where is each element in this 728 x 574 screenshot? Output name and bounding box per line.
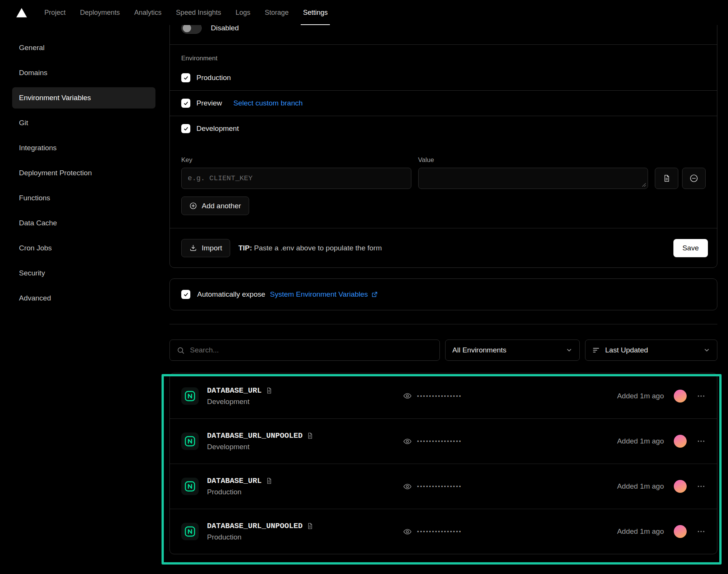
environment-section-label: Environment — [170, 55, 717, 62]
env-var-row: DATABASE_URL_UNPOOLED Production •••••••… — [170, 509, 717, 554]
avatar — [674, 480, 687, 493]
sidebar-item-functions[interactable]: Functions — [12, 187, 155, 209]
paste-env-button[interactable] — [655, 168, 678, 189]
tip-text: TIP: Paste a .env above to populate the … — [238, 244, 382, 252]
environment-row-development: Development — [170, 116, 717, 141]
sidebar-item-security[interactable]: Security — [12, 263, 155, 284]
add-another-button[interactable]: Add another — [181, 197, 249, 215]
note-icon[interactable] — [306, 432, 314, 439]
production-checkbox[interactable] — [181, 73, 190, 82]
row-menu-button[interactable] — [697, 437, 706, 446]
env-var-form-card: Disabled Environment Production Preview — [169, 11, 717, 268]
masked-value: ••••••••••••••• — [417, 438, 462, 444]
eye-icon[interactable] — [403, 437, 412, 446]
disabled-label: Disabled — [211, 24, 239, 32]
environment-filter-select[interactable]: All Environments — [445, 340, 580, 361]
added-timestamp: Added 1m ago — [617, 392, 664, 400]
value-input[interactable] — [418, 168, 648, 189]
sidebar-item-cron-jobs[interactable]: Cron Jobs — [12, 237, 155, 259]
preview-checkbox[interactable] — [181, 99, 190, 108]
add-another-label: Add another — [202, 202, 241, 210]
environment-section: Environment Production Preview Select cu… — [170, 45, 717, 141]
added-timestamp: Added 1m ago — [617, 482, 664, 491]
save-button[interactable]: Save — [673, 239, 708, 257]
tip-label: TIP: — [238, 244, 252, 252]
nav-tab-project[interactable]: Project — [44, 0, 66, 25]
download-icon — [189, 244, 197, 252]
select-custom-branch-link[interactable]: Select custom branch — [234, 99, 303, 107]
sidebar-item-advanced[interactable]: Advanced — [12, 288, 155, 309]
note-icon[interactable] — [265, 387, 273, 394]
sidebar-item-domains[interactable]: Domains — [12, 62, 155, 83]
environment-row-production: Production — [170, 65, 717, 90]
page: Project Deployments Analytics Speed Insi… — [0, 0, 728, 574]
external-link-icon — [371, 291, 378, 298]
development-label: Development — [196, 124, 239, 133]
avatar — [674, 435, 687, 448]
env-var-name: DATABASE_URL_UNPOOLED — [207, 522, 303, 530]
form-footer: Import TIP: Paste a .env above to popula… — [170, 228, 717, 267]
env-var-row: DATABASE_URL Development •••••••••••••••… — [170, 373, 717, 418]
sidebar-item-git[interactable]: Git — [12, 112, 155, 134]
key-label: Key — [181, 156, 411, 164]
remove-row-button[interactable] — [682, 168, 706, 189]
sort-select[interactable]: Last Updated — [585, 340, 717, 361]
eye-icon[interactable] — [403, 392, 412, 400]
env-var-environment: Development — [207, 443, 314, 451]
masked-value: ••••••••••••••• — [417, 393, 462, 399]
note-icon[interactable] — [265, 477, 273, 484]
env-var-row: DATABASE_URL_UNPOOLED Development ••••••… — [170, 418, 717, 464]
vercel-logo-icon[interactable] — [16, 7, 29, 18]
eye-icon[interactable] — [403, 527, 412, 536]
search-icon — [177, 346, 185, 354]
env-var-name: DATABASE_URL — [207, 386, 262, 395]
system-env-checkbox[interactable] — [181, 290, 190, 299]
sidebar-item-integrations[interactable]: Integrations — [12, 137, 155, 159]
key-input[interactable] — [181, 168, 411, 189]
neon-icon — [181, 432, 199, 450]
system-env-variables-link[interactable]: System Environment Variables — [270, 290, 378, 299]
nav-tab-logs[interactable]: Logs — [235, 0, 250, 25]
nav-tab-storage[interactable]: Storage — [265, 0, 289, 25]
development-checkbox[interactable] — [181, 124, 190, 133]
settings-sidebar: General Domains Environment Variables Gi… — [12, 25, 155, 313]
eye-icon[interactable] — [403, 482, 412, 491]
section-divider — [169, 324, 717, 324]
import-button[interactable]: Import — [181, 239, 230, 257]
import-label: Import — [202, 244, 222, 252]
env-var-environment: Production — [207, 488, 273, 496]
masked-value: ••••••••••••••• — [417, 528, 462, 535]
production-label: Production — [196, 74, 231, 82]
added-timestamp: Added 1m ago — [617, 527, 664, 536]
avatar — [674, 525, 687, 538]
avatar — [674, 390, 687, 403]
env-var-name: DATABASE_URL_UNPOOLED — [207, 431, 303, 440]
env-var-row: DATABASE_URL Production ••••••••••••••• … — [170, 464, 717, 509]
sidebar-item-deployment-protection[interactable]: Deployment Protection — [12, 162, 155, 184]
environment-row-preview: Preview Select custom branch — [170, 91, 717, 116]
nav-tab-analytics[interactable]: Analytics — [134, 0, 162, 25]
system-env-card: Automatically expose System Environment … — [169, 278, 717, 310]
filters-row: All Environments Last Updated — [169, 340, 717, 361]
sort-icon — [592, 346, 600, 354]
resize-handle-icon[interactable] — [642, 183, 646, 187]
search-box — [169, 340, 440, 361]
note-icon[interactable] — [306, 522, 314, 530]
env-vars-table: DATABASE_URL Development •••••••••••••••… — [169, 373, 717, 554]
chevron-down-icon — [566, 347, 573, 354]
env-var-environment: Production — [207, 533, 314, 541]
row-menu-button[interactable] — [697, 482, 706, 491]
main-content: Disabled Environment Production Preview — [169, 25, 717, 554]
nav-tab-deployments[interactable]: Deployments — [80, 0, 120, 25]
nav-tab-speed-insights[interactable]: Speed Insights — [176, 0, 221, 25]
sidebar-item-environment-variables[interactable]: Environment Variables — [12, 87, 155, 109]
row-menu-button[interactable] — [697, 527, 706, 536]
plus-circle-icon — [189, 202, 197, 210]
nav-tab-settings[interactable]: Settings — [303, 0, 328, 25]
sidebar-item-general[interactable]: General — [12, 37, 155, 58]
sidebar-item-data-cache[interactable]: Data Cache — [12, 212, 155, 234]
row-menu-button[interactable] — [697, 392, 706, 401]
search-input[interactable] — [190, 346, 433, 354]
neon-icon — [181, 478, 199, 495]
chevron-down-icon — [703, 347, 710, 354]
